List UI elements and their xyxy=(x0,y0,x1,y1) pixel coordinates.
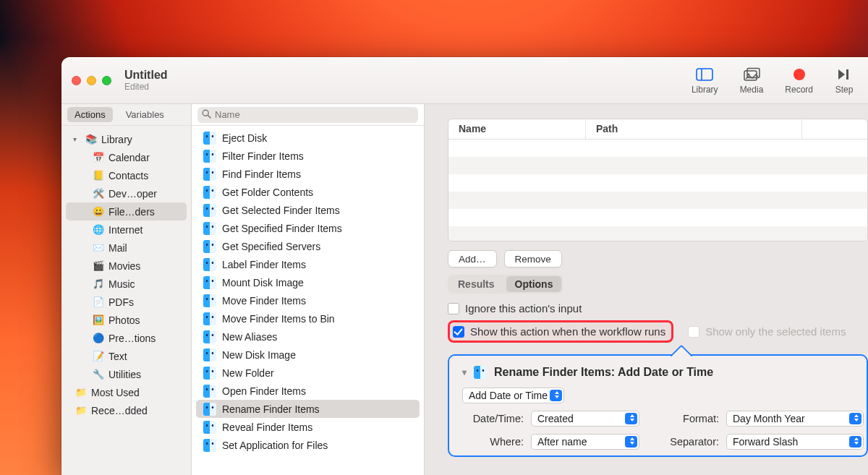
library-item[interactable]: 🔵Pre…tions xyxy=(66,329,187,347)
results-options-tabs: Results Options xyxy=(448,275,563,294)
action-row[interactable]: New Disk Image xyxy=(196,346,420,364)
finder-icon xyxy=(203,421,216,434)
tree-label: Pre…tions xyxy=(109,333,156,344)
finder-icon xyxy=(203,276,216,289)
action-row[interactable]: Label Finder Items xyxy=(196,255,420,273)
library-item[interactable]: 📝Text xyxy=(66,347,187,365)
input-files-table: Name Path xyxy=(448,119,868,241)
add-button[interactable]: Add… xyxy=(448,250,497,268)
library-smart-folder[interactable]: 📁Rece…dded xyxy=(66,401,187,419)
options-tab[interactable]: Options xyxy=(506,276,562,292)
library-item[interactable]: 🎵Music xyxy=(66,275,187,293)
library-item[interactable]: 🎬Movies xyxy=(66,257,187,275)
sidebar-icon xyxy=(695,67,714,82)
action-row[interactable]: Get Specified Finder Items xyxy=(196,219,420,237)
search-field[interactable] xyxy=(197,107,418,123)
show-when-runs-checkbox[interactable]: Show this action when the workflow runs xyxy=(453,325,665,338)
minimize-window-button[interactable] xyxy=(87,76,96,85)
actions-list[interactable]: Eject DiskFilter Finder ItemsFind Finder… xyxy=(192,126,424,475)
library-item[interactable]: 📒Contacts xyxy=(66,166,187,184)
action-row[interactable]: New Folder xyxy=(196,364,420,382)
action-label: Mount Disk Image xyxy=(222,277,304,288)
library-root[interactable]: ▾📚Library xyxy=(66,130,187,148)
library-item[interactable]: 🌐Internet xyxy=(66,221,187,239)
format-popup[interactable]: Day Month Year xyxy=(726,411,864,427)
action-row[interactable]: Open Finder Items xyxy=(196,382,420,400)
card-header[interactable]: ▾ Rename Finder Items: Add Date or Time xyxy=(462,366,854,379)
mode-popup[interactable]: Add Date or Time xyxy=(462,388,564,403)
checkbox-label: Show only the selected items xyxy=(705,325,846,338)
action-row[interactable]: Get Selected Finder Items xyxy=(196,201,420,219)
finder-icon xyxy=(203,240,216,253)
search-input[interactable] xyxy=(215,109,414,120)
action-row[interactable]: Filter Finder Items xyxy=(196,147,420,165)
variables-tab[interactable]: Variables xyxy=(119,107,171,122)
action-row[interactable]: Reveal Finder Items xyxy=(196,418,420,436)
svg-rect-6 xyxy=(846,69,848,80)
record-icon xyxy=(790,67,809,82)
finder-icon xyxy=(203,367,216,380)
action-label: Filter Finder Items xyxy=(222,150,304,162)
action-label: New Disk Image xyxy=(222,349,296,361)
close-window-button[interactable] xyxy=(72,76,81,85)
library-item[interactable]: 😀File…ders xyxy=(66,202,187,221)
library-item[interactable]: ✉️Mail xyxy=(66,239,187,257)
checkbox-icon xyxy=(453,326,464,338)
column-header-path[interactable]: Path xyxy=(586,119,802,139)
action-label: Rename Finder Items xyxy=(222,403,320,415)
column-header-name[interactable]: Name xyxy=(448,119,586,139)
table-body[interactable] xyxy=(448,140,867,241)
actions-tab[interactable]: Actions xyxy=(67,107,113,122)
category-icon: ✉️ xyxy=(92,241,104,254)
sidebar-tabs: Actions Variables xyxy=(61,104,191,126)
action-row[interactable]: Get Specified Servers xyxy=(196,237,420,255)
zoom-window-button[interactable] xyxy=(102,76,111,85)
action-row[interactable]: Mount Disk Image xyxy=(196,273,420,291)
library-toolbar-button[interactable]: Library xyxy=(687,67,723,95)
action-label: Move Finder Items xyxy=(222,295,306,307)
window-subtitle: Edited xyxy=(124,82,168,92)
library-item[interactable]: 📄PDFs xyxy=(66,293,187,311)
media-toolbar-button[interactable]: Media xyxy=(736,67,768,95)
action-row[interactable]: Rename Finder Items xyxy=(196,400,420,418)
disclosure-icon: ▾ xyxy=(462,367,467,377)
step-toolbar-button[interactable]: Step xyxy=(830,67,858,95)
folder-icon: 📁 xyxy=(75,404,87,416)
action-label: Get Folder Contents xyxy=(222,187,313,198)
results-tab[interactable]: Results xyxy=(449,276,503,292)
action-row[interactable]: Set Application for Files xyxy=(196,436,420,454)
checkbox-icon xyxy=(448,303,459,314)
media-icon xyxy=(742,67,761,82)
library-smart-folder[interactable]: 📁Most Used xyxy=(66,383,187,401)
where-popup[interactable]: After name xyxy=(531,434,639,450)
tree-label: Mail xyxy=(109,242,127,254)
table-buttons: Add… Remove xyxy=(448,250,868,268)
library-item[interactable]: 🖼️Photos xyxy=(66,311,187,329)
action-row[interactable]: Move Finder Items xyxy=(196,291,420,309)
toolbar-label: Library xyxy=(692,85,718,95)
action-row[interactable]: Move Finder Items to Bin xyxy=(196,309,420,328)
action-row[interactable]: New Aliases xyxy=(196,328,420,346)
finder-icon xyxy=(203,150,216,163)
action-row[interactable]: Find Finder Items xyxy=(196,165,420,183)
library-tree[interactable]: ▾📚Library📅Calendar📒Contacts🛠️Dev…oper😀Fi… xyxy=(61,126,191,475)
actions-column: Eject DiskFilter Finder ItemsFind Finder… xyxy=(192,104,425,475)
separator-popup[interactable]: Forward Slash xyxy=(726,434,864,450)
actions-search-row xyxy=(192,104,424,126)
tree-label: Dev…oper xyxy=(109,188,157,200)
category-icon: 🎵 xyxy=(92,278,104,290)
action-label: Get Specified Servers xyxy=(222,241,320,252)
category-icon: 📝 xyxy=(92,350,104,362)
workflow-canvas: Name Path Add… Remove Results Options xyxy=(425,104,868,475)
library-item[interactable]: 📅Calendar xyxy=(66,148,187,166)
action-options: Ignore this action's input Show this act… xyxy=(448,302,868,343)
remove-button[interactable]: Remove xyxy=(504,250,562,268)
ignore-input-checkbox[interactable]: Ignore this action's input xyxy=(448,302,868,314)
datetime-popup[interactable]: Created xyxy=(531,411,639,427)
action-row[interactable]: Eject Disk xyxy=(196,129,420,147)
category-icon: 🎬 xyxy=(92,260,104,272)
library-item[interactable]: 🛠️Dev…oper xyxy=(66,184,187,202)
action-row[interactable]: Get Folder Contents xyxy=(196,183,420,201)
record-toolbar-button[interactable]: Record xyxy=(780,67,817,95)
library-item[interactable]: 🔧Utilities xyxy=(66,365,187,383)
